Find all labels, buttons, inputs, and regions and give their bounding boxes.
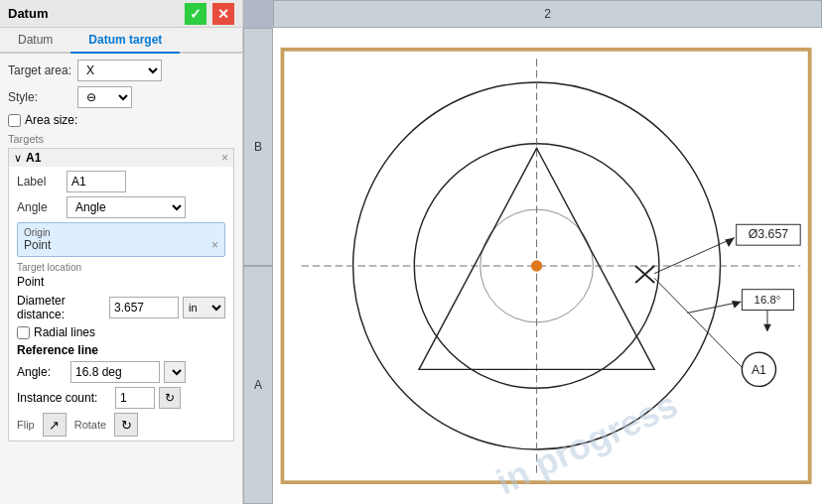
canvas-area: 2 B A in progress: [243, 0, 822, 504]
origin-value: Point: [24, 238, 51, 252]
instance-row: Instance count: ↻: [17, 387, 225, 409]
panel-header: Datum ✓ ✕: [0, 0, 242, 28]
diameter-distance-label: Diameter distance:: [17, 294, 105, 321]
origin-clear-button[interactable]: ×: [211, 238, 218, 252]
target-group-a1: ∨ A1 × Label Angle Angle: [8, 148, 234, 441]
row-label-b: B: [243, 28, 273, 266]
target-header: ∨ A1 ×: [9, 149, 233, 167]
flip-button[interactable]: ↗: [43, 413, 67, 437]
target-location-value: Point: [17, 275, 225, 289]
targets-section-label: Targets: [8, 133, 234, 145]
radial-lines-label: Radial lines: [34, 325, 95, 339]
target-close-button[interactable]: ×: [221, 151, 228, 165]
panel-content: Target area: X Circle Rectangle Style: ⊖…: [0, 54, 242, 504]
svg-point-7: [531, 260, 542, 271]
radial-lines-row: Radial lines: [17, 325, 225, 339]
confirm-button[interactable]: ✓: [185, 3, 206, 25]
angle-dropdown[interactable]: ▼: [164, 361, 186, 383]
style-select[interactable]: ⊖ ⊕: [77, 86, 132, 108]
angle-input[interactable]: [70, 361, 160, 383]
header-spacer: [243, 0, 273, 28]
flip-label: Flip: [17, 419, 35, 431]
rotate-label: Rotate: [74, 419, 106, 431]
svg-text:16.8°: 16.8°: [754, 294, 781, 306]
radial-lines-checkbox[interactable]: [17, 326, 30, 339]
rotate-button[interactable]: ↻: [114, 413, 138, 437]
style-row: Style: ⊖ ⊕: [8, 86, 234, 108]
col-headers: 2: [243, 0, 822, 28]
target-body: Label Angle Angle Origin Point ×: [9, 167, 233, 441]
angle-type-row: Angle Angle: [17, 196, 225, 218]
label-field-label: Label: [17, 175, 67, 189]
expand-icon[interactable]: ∨: [14, 152, 22, 165]
origin-box: Origin Point ×: [17, 222, 225, 257]
diameter-unit-select[interactable]: in mm: [183, 297, 225, 318]
target-location-label: Target location: [17, 262, 225, 273]
cancel-button[interactable]: ✕: [212, 3, 234, 25]
target-area-label: Target area:: [8, 63, 77, 77]
refresh-button[interactable]: ↻: [159, 387, 181, 409]
col-header-2: 2: [273, 0, 822, 28]
target-area-select[interactable]: X Circle Rectangle: [77, 60, 162, 81]
row-labels: B A: [243, 28, 273, 504]
style-label: Style:: [8, 90, 77, 104]
svg-text:A1: A1: [752, 363, 766, 377]
tabs-container: Datum Datum target: [0, 28, 242, 54]
angle-type-select[interactable]: Angle: [67, 196, 186, 218]
row-label-a: A: [243, 266, 273, 504]
tab-datum[interactable]: Datum: [0, 28, 70, 54]
angle-type-label: Angle: [17, 200, 67, 214]
angle-input-label: Angle:: [17, 365, 67, 379]
origin-label: Origin: [24, 227, 218, 238]
area-size-label: Area size:: [25, 113, 77, 127]
tab-datum-target[interactable]: Datum target: [70, 28, 180, 54]
label-row: Label: [17, 171, 225, 192]
flip-rotate-row: Flip ↗ Rotate ↻: [17, 413, 225, 437]
drawing-area: in progress: [273, 28, 822, 504]
diameter-row: Diameter distance: in mm: [17, 294, 225, 321]
target-area-row: Target area: X Circle Rectangle: [8, 60, 234, 81]
reference-line-label: Reference line: [17, 343, 225, 357]
target-name: A1: [26, 151, 221, 165]
drawing-svg: Ø3.657 16.8° A1: [273, 28, 822, 504]
origin-value-row: Point ×: [24, 238, 218, 252]
area-size-row: Area size:: [8, 113, 234, 127]
left-panel: Datum ✓ ✕ Datum Datum target Target area…: [0, 0, 243, 504]
panel-title: Datum: [8, 6, 179, 21]
instance-label: Instance count:: [17, 391, 111, 405]
instance-input[interactable]: [115, 387, 155, 409]
label-input[interactable]: [67, 171, 126, 192]
diameter-input[interactable]: [109, 297, 179, 318]
angle-row: Angle: ▼: [17, 361, 225, 383]
area-size-checkbox[interactable]: [8, 114, 21, 127]
svg-text:Ø3.657: Ø3.657: [749, 227, 789, 241]
